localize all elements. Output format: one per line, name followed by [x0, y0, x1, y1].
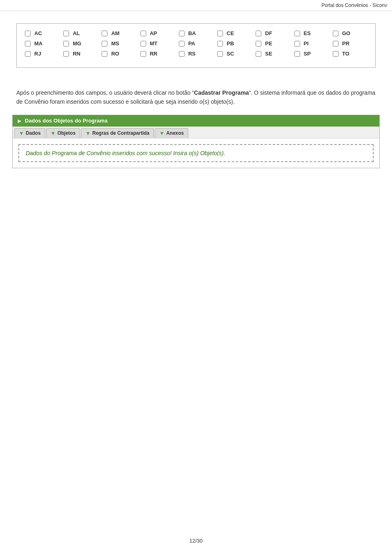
checkbox-ac[interactable]: AC — [25, 30, 59, 36]
tab-objetos-label: Objetos — [57, 130, 76, 136]
tab-objetos-icon: ▼ — [51, 130, 56, 136]
description-paragraph: Após o preenchimento dos campos, o usuár… — [16, 88, 376, 107]
checkbox-pr[interactable]: PR — [333, 40, 367, 47]
panel-tabs-bar: ▼ Dados ▼ Objetos ▼ Regras de Contrapart… — [13, 127, 379, 138]
tab-anexos[interactable]: ▼ Anexos — [155, 128, 188, 138]
pagination-text: 12/30 — [189, 538, 203, 544]
checkbox-row-1: AC AL AM AP BA CE DF ES GO — [25, 30, 367, 36]
checkbox-mt[interactable]: MT — [140, 40, 175, 47]
panel-header-icon: ► — [17, 118, 22, 124]
checkbox-sc[interactable]: SC — [217, 51, 252, 57]
checkbox-mg[interactable]: MG — [63, 40, 98, 47]
panel-header: ► Dados dos Objetos do Programa — [13, 115, 379, 127]
panel-header-title: Dados dos Objetos do Programa — [25, 118, 107, 124]
description-block: Após o preenchimento dos campos, o usuár… — [16, 88, 376, 107]
tab-objetos[interactable]: ▼ Objetos — [46, 128, 80, 138]
header-title: Portal dos Convênios - Siconv — [321, 2, 387, 8]
checkbox-ms[interactable]: MS — [102, 40, 136, 47]
page-header: Portal dos Convênios - Siconv — [0, 0, 392, 11]
success-message: Dados do Programa de Convênio inseridos … — [18, 144, 374, 162]
dados-objetos-panel: ► Dados dos Objetos do Programa ▼ Dados … — [12, 115, 380, 168]
checkbox-pa[interactable]: PA — [179, 40, 213, 47]
checkbox-row-2: MA MG MS MT PA PB PE PI PR — [25, 40, 367, 47]
tab-regras[interactable]: ▼ Regras de Contrapartida — [81, 128, 154, 138]
checkbox-ma[interactable]: MA — [25, 40, 59, 47]
checkbox-df[interactable]: DF — [256, 30, 290, 36]
tab-dados[interactable]: ▼ Dados — [14, 128, 45, 138]
checkbox-rn[interactable]: RN — [63, 51, 98, 57]
checkbox-pe[interactable]: PE — [256, 40, 290, 47]
tab-anexos-icon: ▼ — [159, 130, 165, 136]
tab-dados-label: Dados — [26, 130, 41, 136]
checkbox-ap[interactable]: AP — [140, 30, 175, 36]
desc-part1: Após o preenchimento dos campos, o usuár… — [16, 89, 194, 96]
desc-bold: Cadastrar Programa — [194, 89, 249, 96]
checkbox-rj[interactable]: RJ — [25, 51, 59, 57]
checkbox-ba[interactable]: BA — [179, 30, 213, 36]
checkbox-am[interactable]: AM — [102, 30, 136, 36]
checkbox-al[interactable]: AL — [63, 30, 98, 36]
checkbox-se[interactable]: SE — [256, 51, 290, 57]
tab-anexos-label: Anexos — [166, 130, 184, 136]
checkbox-ro[interactable]: RO — [102, 51, 136, 57]
checkbox-go[interactable]: GO — [333, 30, 367, 36]
checkbox-es[interactable]: ES — [294, 30, 329, 36]
checkbox-pb[interactable]: PB — [217, 40, 252, 47]
success-message-text: Dados do Programa de Convênio inseridos … — [26, 150, 225, 156]
tab-regras-label: Regras de Contrapartida — [92, 130, 149, 136]
checkbox-sp[interactable]: SP — [294, 51, 329, 57]
checkbox-to[interactable]: TO — [333, 51, 367, 57]
checkbox-row-3: RJ RN RO RR RS SC SE SP TO — [25, 51, 367, 57]
checkbox-ce[interactable]: CE — [217, 30, 252, 36]
checkbox-rs[interactable]: RS — [179, 51, 213, 57]
tab-regras-icon: ▼ — [85, 130, 91, 136]
checkbox-rr[interactable]: RR — [140, 51, 175, 57]
panel-content: Dados do Programa de Convênio inseridos … — [13, 138, 379, 168]
state-checkboxes-container: AC AL AM AP BA CE DF ES GO MA MG MS MT P… — [16, 23, 376, 68]
page-number: 12/30 — [189, 538, 203, 544]
tab-dados-icon: ▼ — [19, 130, 24, 136]
checkbox-pi[interactable]: PI — [294, 40, 329, 47]
